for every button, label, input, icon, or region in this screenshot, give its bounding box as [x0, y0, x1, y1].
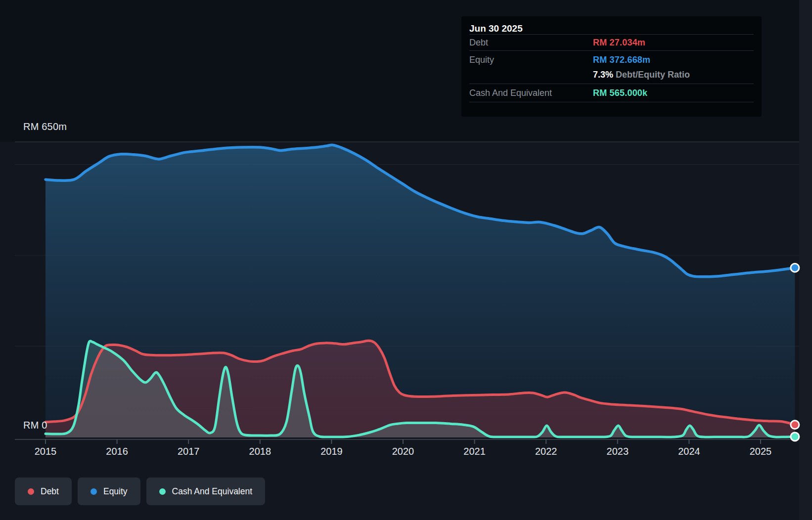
- tooltip-ratio-text: Debt/Equity Ratio: [616, 70, 690, 80]
- tooltip-row-cash: Cash And Equivalent RM 565.000k: [469, 84, 754, 102]
- tooltip-cash-value: RM 565.000k: [593, 88, 647, 98]
- tooltip-equity-value: RM 372.668m: [593, 55, 650, 65]
- legend-pill-equity[interactable]: Equity: [78, 477, 140, 505]
- tooltip-date: Jun 30 2025: [469, 16, 754, 35]
- legend-pill-debt[interactable]: Debt: [15, 477, 72, 505]
- y-axis-zero-label: RM 0: [23, 420, 47, 431]
- x-axis-label-2017: 2017: [166, 446, 211, 457]
- legend-pill-cash[interactable]: Cash And Equivalent: [146, 477, 265, 505]
- x-axis-label-2023: 2023: [595, 446, 640, 457]
- chart-tooltip: Jun 30 2025 Debt RM 27.034m Equity RM 37…: [461, 16, 762, 117]
- x-axis-label-2025: 2025: [738, 446, 783, 457]
- balance-sheet-history-chart: RM 650m RM 0 201520162017201820192020202…: [0, 0, 812, 520]
- y-axis-max-label: RM 650m: [23, 121, 67, 132]
- legend-cash-label: Cash And Equivalent: [172, 486, 252, 497]
- chart-right-margin: [799, 0, 812, 520]
- x-axis-label-2024: 2024: [667, 446, 711, 457]
- debt-series-dot-icon: [28, 488, 34, 495]
- x-axis-label-2019: 2019: [309, 446, 354, 457]
- x-axis-label-2016: 2016: [95, 446, 139, 457]
- x-axis-label-2015: 2015: [23, 446, 68, 457]
- tooltip-debt-label: Debt: [469, 38, 488, 48]
- x-axis-label-2021: 2021: [452, 446, 497, 457]
- equity-series-dot-icon: [90, 488, 97, 495]
- x-axis-label-2018: 2018: [238, 446, 282, 457]
- tooltip-row-equity: Equity RM 372.668m: [469, 51, 754, 67]
- tooltip-row-debt: Debt RM 27.034m: [469, 35, 754, 51]
- legend-debt-label: Debt: [41, 486, 59, 497]
- tooltip-ratio-value: 7.3%: [593, 70, 613, 80]
- x-axis-label-2020: 2020: [381, 446, 425, 457]
- cash-series-dot-icon: [159, 488, 166, 495]
- tooltip-debt-value: RM 27.034m: [593, 38, 645, 48]
- cash-endpoint-marker: [791, 433, 799, 441]
- equity-endpoint-marker: [791, 263, 799, 272]
- tooltip-cash-label: Cash And Equivalent: [469, 88, 552, 98]
- tooltip-equity-label: Equity: [469, 55, 494, 65]
- tooltip-row-ratio: 7.3% Debt/Equity Ratio: [469, 67, 754, 84]
- x-axis-label-2022: 2022: [524, 446, 568, 457]
- debt-endpoint-marker: [791, 421, 799, 429]
- chart-legend: Debt Equity Cash And Equivalent: [15, 477, 265, 505]
- legend-equity-label: Equity: [103, 486, 128, 497]
